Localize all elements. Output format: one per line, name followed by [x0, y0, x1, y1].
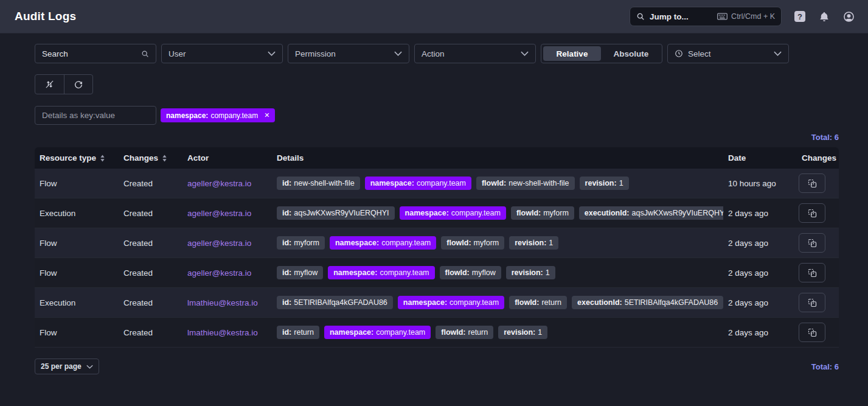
view-changes-button[interactable]	[799, 323, 825, 342]
detail-badge-id: id:return	[277, 326, 319, 339]
search-icon	[636, 12, 645, 21]
detail-badge-id: id:myflow	[277, 266, 323, 279]
changes-cell: Created	[119, 209, 182, 218]
date-cell: 2 days ago	[723, 239, 784, 248]
detail-badge-namespace: namespace:company.team	[328, 266, 434, 279]
view-changes-button[interactable]	[799, 203, 825, 223]
resource-type-cell: Execution	[35, 298, 119, 307]
details-cell: id:5ETlRIBAlfqa4kGFADAU86namespace:compa…	[272, 296, 723, 309]
detail-badge-flowId: flowId:new-shell-with-file	[476, 177, 575, 190]
audit-logs-table: Resource type Changes Actor Details Date…	[35, 147, 839, 348]
absolute-toggle-button[interactable]: Absolute	[602, 46, 660, 61]
action-filter-dropdown[interactable]: Action	[414, 44, 536, 63]
active-filter-tag[interactable]: namespace: company.team ✕	[161, 108, 275, 122]
detail-badge-namespace: namespace:company.team	[324, 326, 431, 339]
resource-type-cell: Execution	[35, 209, 119, 218]
details-cell: id:myformnamespace:company.teamflowId:my…	[272, 236, 723, 250]
footer-total: Total: 6	[811, 362, 839, 371]
search-placeholder: Search	[42, 49, 68, 58]
table-row[interactable]: Execution Created lmathieu@kestra.io id:…	[35, 288, 839, 318]
details-cell: id:returnnamespace:company.teamflowId:re…	[272, 326, 723, 339]
actor-link[interactable]: lmathieu@kestra.io	[182, 298, 272, 307]
jump-to-placeholder: Jump to...	[650, 12, 689, 21]
account-button[interactable]	[842, 10, 855, 23]
help-button[interactable]: ?	[794, 10, 806, 23]
topbar: Audit Logs Jump to... Ctrl/Cmd + K ?	[0, 0, 868, 33]
keyboard-icon	[717, 13, 727, 20]
actor-link[interactable]: ageller@kestra.io	[182, 268, 272, 278]
permission-filter-dropdown[interactable]: Permission	[288, 44, 409, 63]
detail-badge-executionId: executionId:5ETlRIBAlfqa4kGFADAU86	[572, 296, 723, 309]
table-header-row: Resource type Changes Actor Details Date…	[35, 147, 839, 169]
sort-icon[interactable]	[100, 155, 105, 162]
user-filter-dropdown[interactable]: User	[161, 44, 283, 63]
table-row[interactable]: Flow Created lmathieu@kestra.io id:retur…	[35, 318, 839, 348]
detail-badge-revision: revision:1	[506, 266, 555, 279]
resource-type-cell: Flow	[35, 179, 119, 188]
diff-compare-icon	[807, 208, 818, 219]
header-date: Date	[723, 153, 784, 163]
view-changes-button[interactable]	[799, 233, 825, 253]
refresh-icon	[74, 80, 83, 89]
actor-link[interactable]: ageller@kestra.io	[182, 239, 272, 248]
chevron-down-icon	[521, 51, 529, 56]
table-body: Flow Created ageller@kestra.io id:new-sh…	[35, 169, 839, 348]
date-cell: 2 days ago	[723, 268, 784, 278]
date-cell: 2 days ago	[723, 209, 784, 218]
chevron-down-icon	[774, 51, 782, 56]
table-row[interactable]: Flow Created ageller@kestra.io id:myflow…	[35, 258, 839, 288]
notifications-button[interactable]	[818, 10, 830, 23]
table-row[interactable]: Flow Created ageller@kestra.io id:new-sh…	[35, 169, 839, 198]
jump-to-shortcut: Ctrl/Cmd + K	[731, 12, 775, 21]
chevron-down-icon	[394, 51, 402, 56]
actor-link[interactable]: ageller@kestra.io	[182, 179, 272, 188]
resource-type-cell: Flow	[35, 328, 119, 337]
detail-badge-namespace: namespace:company.team	[400, 206, 506, 220]
header-changes[interactable]: Changes	[119, 153, 182, 163]
detail-badge-revision: revision:1	[580, 177, 629, 190]
refresh-button[interactable]	[64, 75, 92, 94]
header-resource-type[interactable]: Resource type	[35, 153, 119, 163]
details-key-value-input[interactable]: Details as key:value	[35, 106, 156, 125]
resource-type-cell: Flow	[35, 268, 119, 278]
filters-bar: Search User Permission Action	[35, 44, 839, 63]
diff-compare-icon	[807, 178, 818, 189]
table-footer: 25 per page Total: 6	[35, 359, 839, 374]
view-changes-button[interactable]	[799, 263, 825, 282]
view-changes-button[interactable]	[799, 293, 825, 312]
view-changes-button[interactable]	[799, 173, 825, 193]
user-filter-label: User	[168, 49, 186, 58]
changes-cell: Created	[119, 268, 182, 278]
per-page-select[interactable]: 25 per page	[35, 359, 99, 374]
time-range-label: Select	[688, 49, 711, 58]
detail-badge-flowId: flowId:return	[436, 326, 493, 339]
changes-cell: Created	[119, 179, 182, 188]
detail-badge-flowId: flowId:myform	[441, 236, 504, 250]
detail-badge-revision: revision:1	[509, 236, 558, 250]
diff-compare-icon	[807, 327, 818, 338]
time-range-dropdown[interactable]: Select	[667, 44, 789, 63]
details-placeholder: Details as key:value	[42, 111, 115, 120]
header-details: Details	[272, 153, 723, 163]
sort-icon[interactable]	[162, 155, 167, 162]
remove-tag-icon[interactable]: ✕	[264, 111, 269, 119]
details-cell: id:myflownamespace:company.teamflowId:my…	[272, 266, 723, 279]
search-input[interactable]: Search	[35, 44, 156, 63]
clear-filters-button[interactable]	[35, 75, 64, 94]
detail-badge-id: id:5ETlRIBAlfqa4kGFADAU86	[277, 296, 393, 309]
table-row[interactable]: Flow Created ageller@kestra.io id:myform…	[35, 228, 839, 258]
relative-toggle-button[interactable]: Relative	[543, 46, 601, 61]
jump-to-search[interactable]: Jump to... Ctrl/Cmd + K	[630, 7, 782, 26]
per-page-label: 25 per page	[41, 362, 82, 371]
detail-badge-id: id:aqsJwKXwsR9yVIuERQHYI	[277, 206, 395, 220]
header-actor: Actor	[182, 153, 272, 163]
detail-badge-namespace: namespace:company.team	[330, 236, 436, 250]
actor-link[interactable]: ageller@kestra.io	[182, 209, 272, 218]
bell-icon	[819, 11, 830, 23]
detail-badge-namespace: namespace:company.team	[365, 177, 471, 190]
detail-badge-executionId: executionId:aqsJwKXwsR9yVIuERQHYI	[579, 206, 723, 220]
table-row[interactable]: Execution Created ageller@kestra.io id:a…	[35, 198, 839, 228]
actor-link[interactable]: lmathieu@kestra.io	[182, 328, 272, 337]
detail-badge-revision: revision:1	[498, 326, 547, 339]
help-icon: ?	[794, 11, 805, 22]
